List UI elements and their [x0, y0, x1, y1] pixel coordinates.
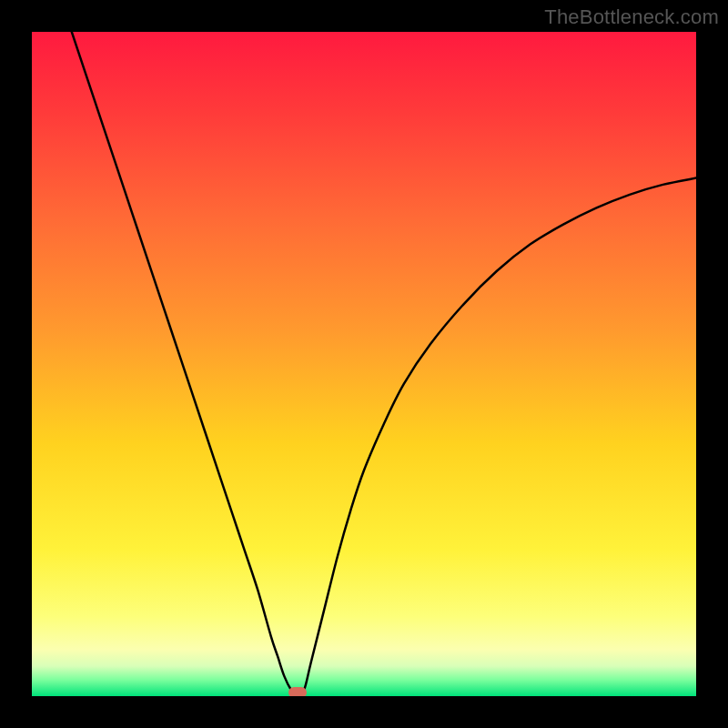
bottleneck-curve	[32, 32, 696, 696]
plot-area	[32, 32, 696, 696]
chart-frame: TheBottleneck.com	[0, 0, 728, 728]
watermark-text: TheBottleneck.com	[544, 5, 719, 29]
optimal-point-marker	[288, 687, 307, 696]
